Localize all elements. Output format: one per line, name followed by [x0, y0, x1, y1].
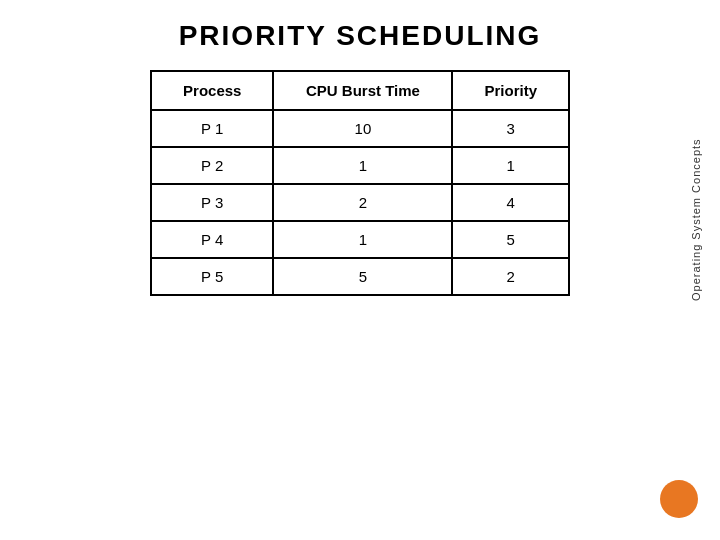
cell-r1-c1: 1	[273, 147, 452, 184]
page-container: Priority Scheduling Process CPU Burst Ti…	[0, 0, 720, 540]
col-header-cpu-burst: CPU Burst Time	[273, 71, 452, 110]
table-row: P 552	[151, 258, 569, 295]
cell-r0-c1: 10	[273, 110, 452, 147]
cell-r3-c2: 5	[452, 221, 569, 258]
table-row: P 211	[151, 147, 569, 184]
cell-r0-c2: 3	[452, 110, 569, 147]
table-row: P 415	[151, 221, 569, 258]
scheduling-table: Process CPU Burst Time Priority P 1103P …	[150, 70, 570, 296]
sidebar-label: Operating System Concepts	[690, 120, 702, 320]
orange-circle-decoration	[660, 480, 698, 518]
table-row: P 1103	[151, 110, 569, 147]
table-row: P 324	[151, 184, 569, 221]
cell-r4-c2: 2	[452, 258, 569, 295]
cell-r0-c0: P 1	[151, 110, 273, 147]
cell-r1-c0: P 2	[151, 147, 273, 184]
col-header-priority: Priority	[452, 71, 569, 110]
cell-r2-c1: 2	[273, 184, 452, 221]
col-header-process: Process	[151, 71, 273, 110]
cell-r3-c0: P 4	[151, 221, 273, 258]
cell-r2-c2: 4	[452, 184, 569, 221]
cell-r2-c0: P 3	[151, 184, 273, 221]
page-title: Priority Scheduling	[179, 20, 542, 52]
cell-r3-c1: 1	[273, 221, 452, 258]
cell-r4-c0: P 5	[151, 258, 273, 295]
table-header-row: Process CPU Burst Time Priority	[151, 71, 569, 110]
cell-r1-c2: 1	[452, 147, 569, 184]
cell-r4-c1: 5	[273, 258, 452, 295]
